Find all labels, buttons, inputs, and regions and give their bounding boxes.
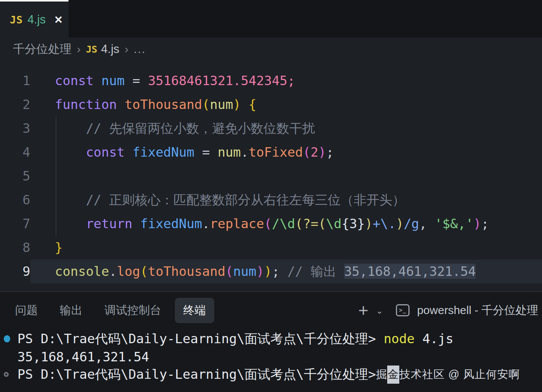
code-text[interactable]: // 正则核心：匹配整数部分从右往左每三位（非开头）: [30, 188, 542, 212]
watermark-text: 掘金技术社区 @ 风止何安啊: [376, 366, 520, 384]
line-number: 2: [0, 93, 30, 117]
line-number: 4: [0, 140, 30, 164]
tab-problems[interactable]: 问题: [7, 298, 46, 323]
code-text[interactable]: const fixedNum = num.toFixed(2);: [30, 140, 542, 164]
chevron-down-icon[interactable]: ⌄: [376, 306, 383, 316]
code-line[interactable]: 5: [0, 164, 542, 188]
code-text[interactable]: // 先保留两位小数，避免小数位数干扰: [30, 117, 542, 140]
breadcrumb-folder[interactable]: 千分位处理: [13, 41, 72, 57]
new-terminal-button[interactable]: +: [358, 302, 369, 319]
code-text[interactable]: console.log(toThousand(num)); // 输出 35,1…: [30, 260, 542, 283]
code-text[interactable]: }: [30, 236, 542, 260]
indent-guide: [56, 117, 56, 236]
breadcrumb: 千分位处理 › JS 4.js › ...: [0, 38, 542, 61]
line-number: 3: [0, 117, 30, 140]
javascript-file-icon: JS: [86, 44, 97, 55]
command-pending-icon[interactable]: [4, 372, 17, 377]
line-number: 1: [0, 69, 30, 93]
tab-debug-console[interactable]: 调试控制台: [96, 298, 170, 323]
chevron-right-icon: ›: [77, 43, 81, 56]
bottom-panel: 问题 输出 调试控制台 终端 + ⌄ >_ powershell - 千分位处理…: [0, 291, 542, 392]
tab-4js[interactable]: JS 4.js ✕: [0, 0, 69, 38]
code-text[interactable]: function toThousand(num) {: [30, 93, 542, 117]
terminal-line: PS D:\Trae代码\Daily-Learning\面试考点\千分位处理>掘…: [4, 366, 542, 383]
chevron-right-icon: ›: [125, 43, 128, 56]
terminal-session-label[interactable]: powershell - 千分位处理: [417, 303, 538, 318]
command-success-icon[interactable]: [4, 335, 17, 342]
javascript-file-icon: JS: [10, 14, 23, 26]
code-text[interactable]: const num = 35168461321.542345;: [30, 69, 542, 93]
ide-window: JS 4.js ✕ 千分位处理 › JS 4.js › ... 1 const …: [0, 0, 542, 392]
editor-tab-bar: JS 4.js ✕: [0, 0, 542, 38]
code-line-active[interactable]: 9 console.log(toThousand(num)); // 输出 35…: [0, 260, 542, 283]
panel-actions: + ⌄ >_ powershell - 千分位处理: [358, 302, 538, 319]
panel-header: 问题 输出 调试控制台 终端 + ⌄ >_ powershell - 千分位处理: [0, 292, 542, 328]
panel-tabs: 问题 输出 调试控制台 终端: [7, 298, 214, 323]
code-line[interactable]: 2 function toThousand(num) {: [0, 93, 542, 117]
breadcrumb-file[interactable]: 4.js: [101, 42, 119, 56]
code-line[interactable]: 1 const num = 35168461321.542345;: [0, 69, 542, 93]
terminal-icon: >_: [396, 304, 410, 316]
tab-output[interactable]: 输出: [51, 298, 91, 323]
tab-filename: 4.js: [28, 13, 46, 26]
line-number: 5: [0, 164, 30, 188]
code-line[interactable]: 8 }: [0, 236, 542, 260]
close-tab-icon[interactable]: ✕: [54, 14, 63, 26]
code-line[interactable]: 7 return fixedNum.replace(/\d(?=(\d{3})+…: [0, 212, 542, 236]
code-line[interactable]: 6 // 正则核心：匹配整数部分从右往左每三位（非开头）: [0, 188, 542, 212]
terminal-line: PS D:\Trae代码\Daily-Learning\面试考点\千分位处理> …: [4, 330, 542, 348]
line-number: 7: [0, 212, 30, 236]
line-number: 9: [0, 260, 30, 283]
line-number: 6: [0, 188, 30, 212]
terminal-output[interactable]: PS D:\Trae代码\Daily-Learning\面试考点\千分位处理> …: [0, 328, 542, 392]
terminal-cursor: 金: [387, 366, 399, 384]
code-editor[interactable]: 1 const num = 35168461321.542345; 2 func…: [0, 61, 542, 291]
terminal-line: 35,168,461,321.54: [4, 348, 542, 366]
tab-terminal[interactable]: 终端: [175, 298, 214, 323]
code-text[interactable]: return fixedNum.replace(/\d(?=(\d{3})+\.…: [30, 212, 542, 236]
code-line[interactable]: 3 // 先保留两位小数，避免小数位数干扰: [0, 117, 542, 140]
breadcrumb-more[interactable]: ...: [134, 42, 146, 56]
code-text[interactable]: [30, 164, 542, 188]
code-line[interactable]: 4 const fixedNum = num.toFixed(2);: [0, 140, 542, 164]
line-number: 8: [0, 236, 30, 260]
